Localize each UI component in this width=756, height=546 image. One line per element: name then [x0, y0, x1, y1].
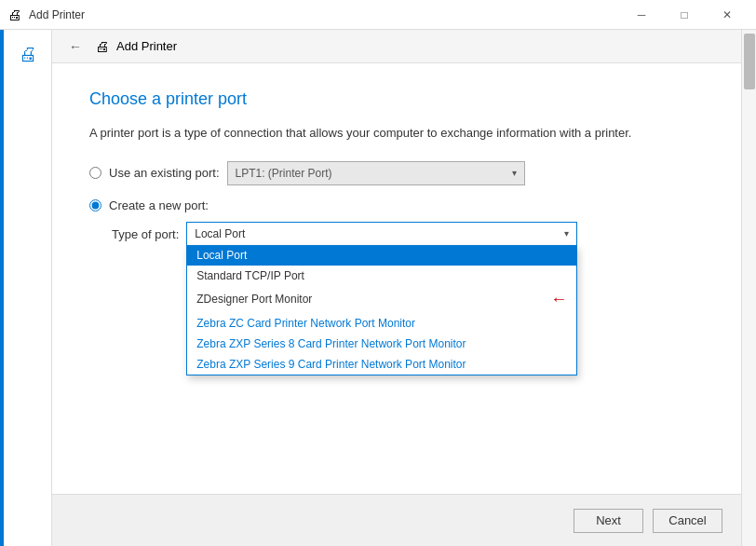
sidebar-printer-icon: 🖨 — [11, 37, 45, 71]
back-button[interactable]: ← — [63, 37, 88, 56]
dropdown-item-standard-tcp[interactable]: Standard TCP/IP Port — [187, 266, 576, 286]
dropdown-item-zdesigner[interactable]: ZDesigner Port Monitor ← — [187, 286, 576, 313]
port-type-dropdown[interactable]: Local Port ▾ — [186, 222, 577, 246]
existing-port-chevron-icon: ▾ — [512, 168, 517, 178]
nav-printer-icon: 🖨 — [95, 38, 109, 54]
layout: 🖨 ← 🖨 Add Printer Choose a printer port … — [0, 30, 756, 546]
close-button[interactable]: ✕ — [706, 0, 749, 30]
scrollbar-thumb[interactable] — [744, 34, 755, 89]
port-type-dropdown-wrapper: Local Port ▾ Local Port Standard TCP/IP … — [186, 222, 577, 246]
existing-port-wrapper: LPT1: (Printer Port) ▾ — [227, 161, 525, 185]
window-printer-icon: 🖨 — [7, 7, 21, 22]
create-new-section: Create a new port: Type of port: Local P… — [89, 198, 704, 246]
dialog-content: Choose a printer port A printer port is … — [52, 63, 741, 494]
title-bar: 🖨 Add Printer ─ □ ✕ — [0, 0, 756, 30]
dropdown-chevron-icon: ▾ — [564, 228, 569, 239]
title-bar-left: 🖨 Add Printer — [7, 7, 620, 22]
bottom-bar: Next Cancel — [52, 494, 741, 546]
section-title: Choose a printer port — [89, 89, 704, 109]
maximize-button[interactable]: □ — [663, 0, 706, 30]
port-type-selected-value: Local Port — [195, 227, 245, 240]
description: A printer port is a type of connection t… — [89, 124, 667, 143]
main-window: 🖨 Add Printer ─ □ ✕ 🖨 ← 🖨 Add Printer Ch — [0, 0, 756, 546]
red-arrow-icon: ← — [550, 290, 567, 309]
type-of-port-label: Type of port: — [112, 224, 179, 241]
dropdown-item-zebra-zxp8[interactable]: Zebra ZXP Series 8 Card Printer Network … — [187, 334, 576, 354]
dropdown-item-zebra-zc[interactable]: Zebra ZC Card Printer Network Port Monit… — [187, 313, 576, 334]
title-bar-controls: ─ □ ✕ — [620, 0, 749, 30]
next-button[interactable]: Next — [574, 509, 643, 533]
dropdown-item-zebra-zxp9[interactable]: Zebra ZXP Series 9 Card Printer Network … — [187, 354, 576, 375]
radio-group: Use an existing port: LPT1: (Printer Por… — [89, 161, 704, 246]
existing-port-dropdown: LPT1: (Printer Port) ▾ — [227, 161, 525, 185]
create-new-port-label: Create a new port: — [109, 198, 209, 212]
main-area: ← 🖨 Add Printer Choose a printer port A … — [52, 30, 741, 546]
nav-bar: ← 🖨 Add Printer — [52, 30, 741, 63]
existing-port-value: LPT1: (Printer Port) — [236, 167, 332, 180]
dropdown-list: Local Port Standard TCP/IP Port ZDesigne… — [186, 245, 577, 375]
create-new-port-radio[interactable] — [89, 199, 101, 212]
existing-port-radio[interactable] — [89, 167, 101, 179]
zdesigner-label: ZDesigner Port Monitor — [196, 293, 312, 306]
sidebar: 🖨 — [4, 30, 52, 546]
existing-port-label: Use an existing port: — [109, 166, 220, 180]
dropdown-item-local-port[interactable]: Local Port — [187, 245, 576, 266]
minimize-button[interactable]: ─ — [620, 0, 663, 30]
window-title: Add Printer — [29, 8, 85, 21]
scrollbar-area — [741, 30, 756, 546]
cancel-button[interactable]: Cancel — [653, 509, 722, 533]
use-existing-row: Use an existing port: LPT1: (Printer Por… — [89, 161, 704, 185]
type-of-port-row: Type of port: Local Port ▾ Local Port St… — [89, 222, 704, 246]
create-new-row: Create a new port: — [89, 198, 704, 212]
nav-title: Add Printer — [116, 39, 177, 53]
